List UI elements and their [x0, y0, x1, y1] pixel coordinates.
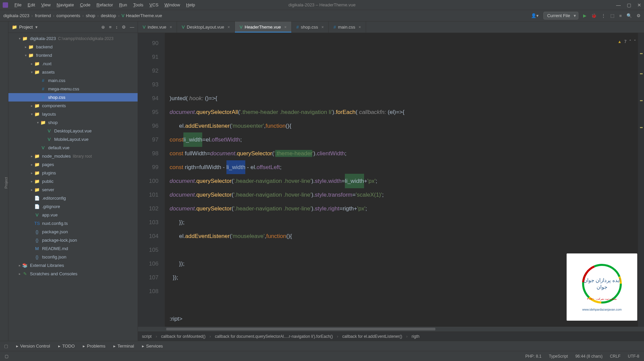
run-config-dropdown[interactable]: Current File: [543, 12, 578, 19]
tree-item-backend[interactable]: ▸📁backend: [8, 43, 138, 51]
breadcrumb-item[interactable]: shop: [86, 13, 95, 18]
tree-item-mega-menu-css[interactable]: #mega-menu.css: [8, 85, 138, 93]
code-line[interactable]: el.addEventListener('mouseleave',functio…: [170, 229, 638, 243]
gear-icon[interactable]: ⚙: [637, 13, 641, 18]
stop-icon[interactable]: ■: [619, 13, 622, 18]
code-line[interactable]: )unted( hook: ()=>{: [170, 91, 638, 105]
error-stripe[interactable]: [638, 33, 644, 327]
tree-item-Scratches and Consoles[interactable]: ▸✎Scratches and Consoles: [8, 270, 138, 278]
code-crumb-item[interactable]: rigth: [412, 334, 419, 339]
status-icon[interactable]: ▢: [5, 354, 8, 359]
status-line-ending[interactable]: CRLF: [610, 354, 620, 359]
tree-item-default-vue[interactable]: Vdefault.vue: [8, 144, 138, 152]
close-icon[interactable]: ✕: [637, 2, 641, 8]
tab-index-vue[interactable]: Vindex.vue×: [138, 22, 177, 33]
tab-DesktopLayout-vue[interactable]: VDesktopLayout.vue×: [177, 22, 235, 33]
tree-item-nuxt-config-ts[interactable]: TSnuxt.config.ts: [8, 219, 138, 228]
toolwindow-todo[interactable]: ▸TODO: [58, 344, 75, 349]
toolwindow-services[interactable]: ▸Services: [142, 344, 163, 349]
tree-item-README-md[interactable]: MREADME.md: [8, 244, 138, 253]
tree-item-main-css[interactable]: #main.css: [8, 76, 138, 85]
user-icon[interactable]: 👤▾: [531, 13, 539, 18]
tree-item-node_modules[interactable]: ▸📁node_moduleslibrary root: [8, 152, 138, 160]
inspection-widget[interactable]: ▲ 7 ˄ ˅: [617, 35, 636, 49]
hide-icon[interactable]: —: [130, 25, 134, 30]
chevron-up-icon[interactable]: ˄: [629, 35, 631, 49]
breadcrumb-item[interactable]: frontend: [35, 13, 51, 18]
code-line[interactable]: [170, 326, 638, 327]
tree-item-components[interactable]: ▸📁components: [8, 102, 138, 110]
code-line[interactable]: const li_width=el.offsetWidth;: [170, 133, 638, 147]
code-line[interactable]: const rigth=fullWidth - li_width - el.of…: [170, 160, 638, 174]
toolwindow-terminal[interactable]: ▸Terminal: [113, 344, 134, 349]
code-crumb-item[interactable]: callback for onMounted(): [161, 334, 206, 339]
menu-edit[interactable]: Edit: [25, 1, 37, 8]
tree-item-package-lock-json[interactable]: {}package-lock.json: [8, 236, 138, 244]
more-run-icon[interactable]: ⋮: [601, 13, 606, 18]
tree-item-pages[interactable]: ▸📁pages: [8, 160, 138, 169]
notifications-icon[interactable]: ▢: [4, 344, 8, 349]
menu-code[interactable]: Code: [78, 1, 93, 8]
menu-view[interactable]: View: [39, 1, 53, 8]
settings-icon[interactable]: ⚙: [122, 25, 126, 30]
breadcrumb-item[interactable]: VHeaderTheme.vue: [121, 13, 162, 18]
tree-item-shop-css[interactable]: #shop.css: [8, 93, 138, 102]
tree-item-digikala-2023[interactable]: ▾📁digikala-2023C:\xampp\htdocs\digikala-…: [8, 34, 138, 43]
code-line[interactable]: el.addEventListener('mouseenter',functio…: [170, 119, 638, 133]
code-line[interactable]: document.querySelector('.header-navigati…: [170, 202, 638, 215]
expand-icon[interactable]: ≡: [109, 25, 112, 30]
menu-help[interactable]: Help: [184, 1, 198, 8]
tree-item--nuxt[interactable]: ▸📁.nuxt: [8, 59, 138, 68]
menu-window[interactable]: Window: [162, 1, 182, 8]
tree-item-frontend[interactable]: ▾📁frontend: [8, 51, 138, 59]
collapse-icon[interactable]: ↕: [116, 25, 118, 30]
chevron-down-icon[interactable]: ˅: [634, 35, 636, 49]
code-crumb-item[interactable]: callback for document.querySelectorAl….r…: [215, 334, 333, 339]
breadcrumb-item[interactable]: digikala-2023: [3, 13, 29, 18]
menu-refactor[interactable]: Refactor: [94, 1, 115, 8]
search-icon[interactable]: 🔍: [627, 13, 632, 18]
toolwindow-problems[interactable]: ▸Problems: [83, 344, 105, 349]
tab-shop-css[interactable]: #shop.css×: [292, 22, 329, 33]
toolwindow-project[interactable]: Project: [4, 177, 8, 189]
horizontal-scrollbar[interactable]: [138, 327, 644, 331]
minimize-icon[interactable]: —: [616, 2, 621, 8]
menu-file[interactable]: File: [12, 1, 24, 8]
code-line[interactable]: document.querySelectorAll('.theme-header…: [170, 105, 638, 119]
tab-close-icon[interactable]: ×: [321, 25, 324, 30]
run-icon[interactable]: ▶: [583, 13, 586, 18]
menu-navigate[interactable]: Navigate: [54, 1, 76, 8]
menu-vcs[interactable]: VCS: [147, 1, 161, 8]
project-tree[interactable]: ▾📁digikala-2023C:\xampp\htdocs\digikala-…: [8, 33, 138, 341]
code-crumb-item[interactable]: callback for el.addEventListener(): [342, 334, 402, 339]
status-lang[interactable]: TypeScript: [549, 354, 568, 359]
tab-close-icon[interactable]: ×: [227, 25, 230, 30]
code-line[interactable]: document.querySelector('.header-navigati…: [170, 174, 638, 188]
menu-tools[interactable]: Tools: [131, 1, 146, 8]
tree-item-MobileLayout-vue[interactable]: VMobileLayout.vue: [8, 135, 138, 144]
tree-item-assets[interactable]: ▾📁assets: [8, 68, 138, 76]
tree-item-tsconfig-json[interactable]: {}tsconfig.json: [8, 253, 138, 261]
breadcrumb-item[interactable]: components: [57, 13, 80, 18]
status-php[interactable]: PHP: 8.1: [525, 354, 541, 359]
tab-close-icon[interactable]: ×: [359, 25, 361, 30]
code-line[interactable]: document.querySelector('.header-navigati…: [170, 188, 638, 202]
maximize-icon[interactable]: ▢: [627, 2, 631, 8]
tree-item-server[interactable]: ▸📁server: [8, 186, 138, 194]
tab-close-icon[interactable]: ×: [284, 25, 287, 30]
tree-item-layouts[interactable]: ▾📁layouts: [8, 110, 138, 118]
tree-item-app-vue[interactable]: Vapp.vue: [8, 211, 138, 219]
tree-item-package-json[interactable]: {}package.json: [8, 228, 138, 236]
tree-item-public[interactable]: ▸📁public: [8, 177, 138, 186]
attach-icon[interactable]: ⬚: [610, 13, 614, 18]
code-line[interactable]: });: [170, 215, 638, 229]
toolwindow-version-control[interactable]: ▸Version Control: [16, 344, 50, 349]
tree-item-External Libraries[interactable]: ▸📚External Libraries: [8, 261, 138, 270]
status-encoding[interactable]: UTF-8: [628, 354, 639, 359]
tree-item-shop[interactable]: ▾📁shop: [8, 118, 138, 127]
tree-item-DesktopLayout-vue[interactable]: VDesktopLayout.vue: [8, 127, 138, 135]
breadcrumb-item[interactable]: desktop: [101, 13, 116, 18]
tab-close-icon[interactable]: ×: [170, 25, 172, 30]
code-line[interactable]: const fullWidth=document.querySelector('…: [170, 147, 638, 160]
menu-run[interactable]: Run: [117, 1, 130, 8]
